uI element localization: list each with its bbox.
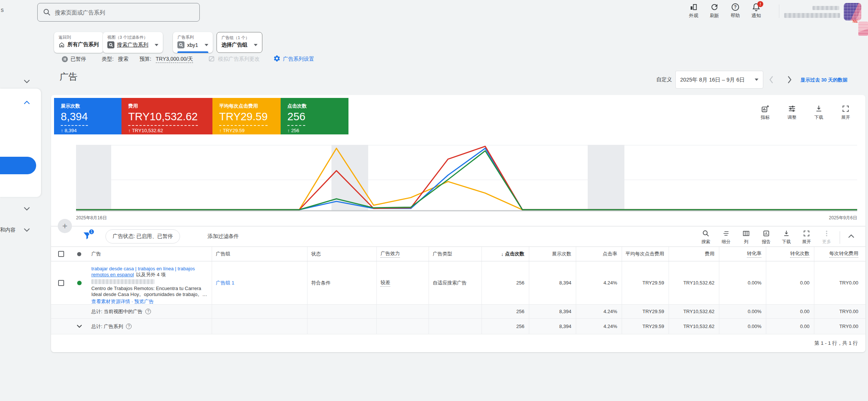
- adjust-button[interactable]: 调整: [783, 105, 801, 121]
- sidebar-chevron-up-icon[interactable]: [23, 100, 31, 105]
- sidebar-chevron-down-icon[interactable]: [23, 79, 31, 84]
- show-last-30-days-link[interactable]: 显示过去 30 天的数据: [801, 77, 848, 83]
- table-more-button: 更多: [817, 228, 837, 245]
- col-header-strength[interactable]: 广告效力: [376, 247, 429, 261]
- status-filter-chip[interactable]: 广告状态: 已启用、已暂停: [105, 229, 180, 244]
- col-header-status[interactable]: 状态: [307, 247, 376, 261]
- nav-chip-adgroup-selector[interactable]: 广告组（1 个） 选择广告组: [217, 32, 262, 53]
- col-header-clicks[interactable]: ↓点击次数: [482, 247, 529, 261]
- row-clicks: 256: [482, 261, 529, 304]
- table-columns-button[interactable]: 列: [736, 228, 756, 245]
- col-header-avg-cpc[interactable]: 平均每次点击费用: [622, 247, 669, 261]
- scorecard-avg-cpc[interactable]: 平均每次点击费用 TRY29.59 ↑ TRY29.59: [212, 98, 281, 134]
- table-download-button[interactable]: 下载: [776, 228, 796, 245]
- active-chip-indicator: [177, 51, 208, 53]
- avatar[interactable]: [844, 3, 861, 20]
- col-header-ad-group[interactable]: 广告组: [212, 247, 307, 261]
- nav-chip-back-to-all-campaigns[interactable]: 返回到 所有广告系列: [54, 32, 103, 53]
- col-header-ad-type[interactable]: 广告类型: [429, 247, 482, 261]
- redacted-avatar-fragment: [858, 22, 868, 36]
- appearance-button[interactable]: 外观: [684, 3, 704, 19]
- col-header-cost-per-conv[interactable]: 每次转化费用: [814, 247, 863, 261]
- totals-campaign-label: 总计: 广告系列?: [88, 319, 212, 334]
- ad-group-link[interactable]: 广告组 1: [216, 280, 234, 286]
- chevron-down-icon: [205, 44, 208, 46]
- up-arrow-icon: ↑: [219, 128, 222, 133]
- campaign-budget[interactable]: 预算: TRY3,000.00/天: [139, 56, 193, 63]
- up-arrow-icon: ↑: [128, 128, 131, 133]
- col-header-conv-rate[interactable]: 转化率: [719, 247, 766, 261]
- trend-chart[interactable]: [76, 145, 857, 213]
- help-icon[interactable]: ?: [145, 309, 151, 314]
- table-toolbar: 搜索 细分 列 报告 下载: [696, 228, 859, 245]
- enabled-status-dot[interactable]: [77, 281, 82, 285]
- ad-preview-cell: trabajar desde casa | trabajos en línea …: [88, 261, 212, 304]
- table-report-button[interactable]: 报告: [756, 228, 776, 245]
- refresh-button[interactable]: 刷新: [704, 3, 725, 19]
- chart-download-button[interactable]: 下载: [810, 105, 827, 121]
- col-header-ctr[interactable]: 点击率: [576, 247, 622, 261]
- sidebar-chevron-down-icon-2[interactable]: [23, 206, 31, 211]
- add-filter-button[interactable]: 添加过滤条件: [208, 233, 239, 240]
- filter-bar: 1 广告状态: 已启用、已暂停 添加过滤条件 搜索 细分 列: [51, 226, 865, 246]
- expand-totals-button[interactable]: [71, 319, 88, 334]
- sidebar-section-fragment[interactable]: 和内容: [0, 227, 16, 233]
- redacted-account-name: [812, 6, 839, 10]
- notifications-button[interactable]: ! 通知: [746, 3, 766, 19]
- filter-funnel-button[interactable]: 1: [82, 231, 92, 241]
- campaign-settings-button[interactable]: 广告系列设置: [283, 56, 314, 63]
- nav-chip-view-selector[interactable]: 视图（3 个过滤条件） 搜索广告系列: [103, 32, 163, 53]
- scorecard-impressions[interactable]: 展示次数 8,394 ↑ 8,394: [54, 98, 121, 134]
- chart-actions: 指标 调整 下载 展开: [757, 105, 854, 121]
- scorecard-cost[interactable]: 费用 TRY10,532.62 ↑ TRY10,532.62: [121, 98, 212, 134]
- collapse-table-button[interactable]: [843, 228, 859, 239]
- col-header-conversions[interactable]: 转化次数: [766, 247, 814, 261]
- chart-end-date: 2025年9月6日: [829, 215, 857, 221]
- row-conversions: 0.00: [766, 261, 814, 304]
- ads-table-panel: 1 广告状态: 已启用、已暂停 添加过滤条件 搜索 细分 列: [51, 226, 865, 352]
- date-range-picker[interactable]: 2025年 8月 16日 – 9月 6日: [675, 71, 763, 89]
- row-impressions: 8,394: [529, 261, 576, 304]
- paused-status-icon: [62, 56, 68, 62]
- col-header-impressions[interactable]: 展示次数: [529, 247, 576, 261]
- ad-asset-links[interactable]: 查看素材资源详情 · 预览广告: [91, 299, 208, 304]
- table-expand-button[interactable]: 展开: [796, 228, 817, 245]
- scorecard-clicks[interactable]: 点击次数 256 ↑ 256: [281, 98, 348, 134]
- download-icon: [815, 105, 823, 113]
- notification-badge: !: [757, 1, 763, 7]
- help-icon[interactable]: ?: [126, 324, 132, 329]
- table-search-button[interactable]: 搜索: [696, 228, 716, 245]
- scorecards: 展示次数 8,394 ↑ 8,394 费用 TRY10,532.62 ↑ TRY…: [54, 98, 348, 134]
- col-header-ad[interactable]: 广告: [88, 247, 212, 261]
- select-all-checkbox[interactable]: [58, 251, 64, 257]
- appearance-icon: [689, 3, 698, 12]
- chart-expand-button[interactable]: 展开: [837, 105, 854, 121]
- help-button[interactable]: ? 帮助: [725, 3, 745, 19]
- ad-headline-link[interactable]: trabajar desde casa | trabajos en línea …: [91, 266, 208, 278]
- search-input[interactable]: [55, 9, 194, 16]
- redacted-account-id: [784, 13, 840, 18]
- table-row: trabajar desde casa | trabajos en línea …: [51, 261, 865, 305]
- date-next-button[interactable]: [786, 75, 793, 85]
- row-conv-rate: 0.00%: [719, 261, 766, 304]
- pagination-status: 第 1 - 1 行，共 1 行: [51, 334, 865, 352]
- totals-row-view: 总计: 当前视图中的广告? 256 8,394 4.24% TRY29.59 T…: [51, 305, 865, 319]
- date-prev-button[interactable]: [768, 75, 775, 85]
- global-search[interactable]: [37, 3, 200, 22]
- sidebar-active-item-fragment[interactable]: [0, 157, 36, 174]
- totals-view-label: 总计: 当前视图中的广告?: [88, 305, 212, 318]
- sidebar-chevron-down-icon-3[interactable]: [23, 227, 31, 233]
- add-scorecard-button[interactable]: +: [58, 219, 72, 233]
- search-icon: [702, 230, 710, 237]
- home-icon: [59, 42, 65, 48]
- table-segment-button[interactable]: 细分: [716, 228, 736, 245]
- metrics-button[interactable]: 指标: [757, 105, 774, 121]
- row-checkbox[interactable]: [58, 280, 64, 286]
- nav-chip-campaign-selector[interactable]: 广告系列 xby1: [173, 32, 213, 53]
- col-header-cost[interactable]: 费用: [669, 247, 719, 261]
- status-dot-column-icon: [77, 252, 81, 256]
- row-strength[interactable]: 较差: [376, 261, 429, 304]
- simulate-changes-icon: [208, 55, 215, 63]
- sliders-icon: [788, 105, 796, 113]
- row-status: 符合条件: [307, 261, 376, 304]
